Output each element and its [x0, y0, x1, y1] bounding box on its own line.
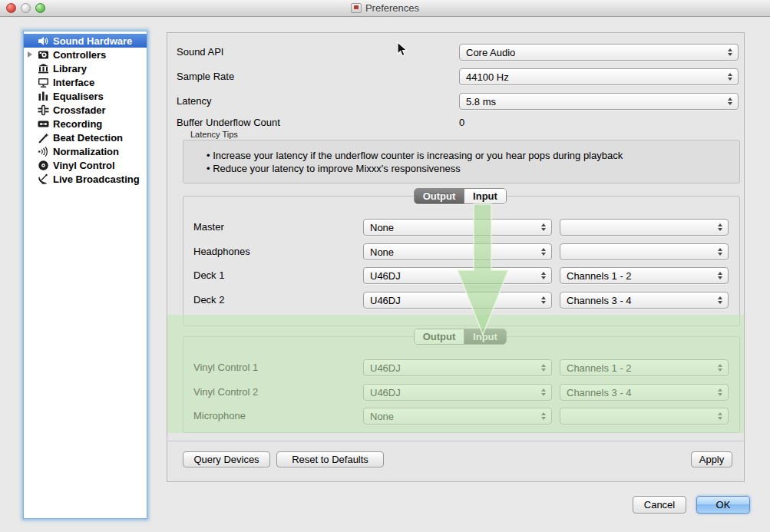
deck2-channels-value: Channels 3 - 4: [567, 295, 632, 306]
stepper-arrows-icon: [728, 48, 732, 56]
buffer-underflow-value: 0: [459, 117, 464, 128]
deck1-channels-select[interactable]: Channels 1 - 2: [560, 267, 729, 284]
latency-tips-title: Latency Tips: [190, 130, 238, 139]
sidebar-item-vinyl-control[interactable]: Vinyl Control: [24, 158, 147, 172]
sample-rate-select[interactable]: 44100 Hz: [459, 68, 739, 85]
sidebar-item-label: Interface: [53, 77, 94, 88]
vinyl-control2-device-value: U46DJ: [370, 387, 401, 398]
stepper-arrows-icon: [728, 97, 732, 105]
disclosure-triangle-icon[interactable]: [28, 51, 32, 58]
sidebar-item-normalization[interactable]: Normalization: [24, 144, 147, 158]
zoom-button[interactable]: [35, 3, 45, 13]
sidebar-item-beat-detection[interactable]: Beat Detection: [24, 131, 147, 144]
stepper-arrows-icon: [718, 364, 722, 372]
stepper-arrows-icon: [541, 388, 546, 396]
equalizer-icon: [38, 91, 49, 102]
latency-select[interactable]: 5.8 ms: [459, 93, 739, 110]
deck2-device-value: U46DJ: [370, 295, 401, 306]
sidebar-item-library[interactable]: Library: [24, 61, 147, 75]
apply-button[interactable]: Apply: [691, 451, 732, 468]
query-devices-label: Query Devices: [193, 454, 259, 465]
deck1-channels-value: Channels 1 - 2: [567, 270, 632, 282]
stepper-arrows-icon: [718, 412, 722, 420]
sidebar-item-label: Live Broadcasting: [53, 173, 140, 185]
controller-icon: [38, 49, 49, 61]
separator: [168, 441, 744, 441]
cancel-label: Cancel: [644, 499, 675, 511]
master-channels-select[interactable]: [560, 219, 729, 236]
sidebar-item-recording[interactable]: Recording: [24, 117, 147, 131]
cancel-button[interactable]: Cancel: [633, 496, 686, 514]
sound-hardware-pane: Sound API Core Audio Sample Rate 44100 H…: [167, 32, 745, 482]
latency-tip-bullet: • Increase your latency if the underflow…: [207, 149, 623, 162]
buffer-underflow-label: Buffer Underflow Count: [177, 117, 280, 128]
vinyl-control2-channels-value: Channels 3 - 4: [567, 387, 632, 398]
sidebar-item-live-broadcasting[interactable]: Live Broadcasting: [24, 172, 147, 186]
close-button[interactable]: [6, 3, 16, 13]
latency-tip-bullet: • Reduce your latency to improve Mixxx's…: [207, 162, 623, 175]
deck2-device-select[interactable]: U46DJ: [363, 292, 552, 309]
apply-label: Apply: [699, 454, 725, 465]
sidebar-item-label: Normalization: [53, 146, 119, 157]
sidebar-item-interface[interactable]: Interface: [24, 75, 147, 89]
sidebar-item-label: Recording: [53, 118, 102, 130]
ok-button[interactable]: OK: [696, 496, 750, 514]
headphones-label: Headphones: [193, 246, 250, 257]
latency-label: Latency: [177, 95, 212, 107]
reset-to-defaults-button[interactable]: Reset to Defaults: [276, 451, 384, 468]
query-devices-button[interactable]: Query Devices: [183, 451, 270, 468]
stepper-arrows-icon: [728, 73, 732, 81]
vinyl-control1-label: Vinyl Control 1: [193, 362, 258, 373]
satellite-icon: [38, 173, 49, 185]
speaker-icon: [38, 35, 49, 47]
sound-api-value: Core Audio: [466, 47, 515, 58]
stepper-arrows-icon: [541, 412, 546, 420]
stepper-arrows-icon: [541, 296, 546, 304]
sidebar-item-label: Equalisers: [53, 91, 104, 102]
stepper-arrows-icon: [718, 223, 722, 231]
minimize-button[interactable]: [21, 3, 31, 13]
stepper-arrows-icon: [541, 364, 546, 372]
vinyl-control1-device-value: U46DJ: [370, 362, 401, 374]
sound-api-select[interactable]: Core Audio: [459, 44, 739, 61]
tab-input[interactable]: Input: [464, 329, 506, 344]
sidebar-item-crossfader[interactable]: Crossfader: [24, 103, 147, 117]
stepper-arrows-icon: [541, 272, 546, 279]
vinyl-control1-device-select[interactable]: U46DJ: [363, 359, 552, 376]
vinyl-control2-channels-select[interactable]: Channels 3 - 4: [560, 384, 729, 401]
stepper-arrows-icon: [718, 296, 722, 304]
sample-rate-label: Sample Rate: [177, 71, 234, 82]
tab-output[interactable]: Output: [415, 329, 464, 344]
latency-tips-box: • Increase your latency if the underflow…: [183, 140, 740, 183]
master-device-select[interactable]: None: [363, 219, 552, 236]
monitor-icon: [38, 77, 49, 88]
deck2-channels-select[interactable]: Channels 3 - 4: [560, 292, 729, 309]
stepper-arrows-icon: [541, 223, 546, 231]
window-title: Preferences: [365, 2, 419, 14]
microphone-label: Microphone: [193, 410, 246, 421]
cassette-icon: [38, 118, 49, 130]
vinyl-icon: [38, 160, 49, 171]
preferences-sidebar: Sound Hardware Controllers Library Inter…: [23, 31, 147, 519]
sidebar-item-label: Vinyl Control: [53, 160, 115, 171]
deck1-device-select[interactable]: U46DJ: [363, 267, 552, 284]
microphone-device-select[interactable]: None: [363, 408, 552, 425]
soundwave-icon: [38, 146, 49, 157]
headphones-channels-select[interactable]: [560, 243, 729, 260]
sidebar-item-sound-hardware[interactable]: Sound Hardware: [24, 34, 147, 48]
vinyl-control2-device-select[interactable]: U46DJ: [363, 384, 552, 401]
headphones-device-select[interactable]: None: [363, 243, 552, 260]
master-label: Master: [193, 221, 224, 233]
stepper-arrows-icon: [718, 248, 722, 256]
title-bar: Preferences: [0, 0, 770, 17]
sidebar-item-controllers[interactable]: Controllers: [24, 48, 147, 61]
tab-output[interactable]: Output: [415, 189, 464, 203]
tab-input[interactable]: Input: [464, 189, 506, 203]
sound-api-label: Sound API: [177, 46, 223, 58]
sidebar-item-equalisers[interactable]: Equalisers: [24, 89, 147, 103]
sidebar-item-label: Controllers: [53, 49, 106, 61]
vinyl-control1-channels-select[interactable]: Channels 1 - 2: [560, 359, 729, 376]
crossfader-icon: [38, 104, 49, 116]
microphone-channels-select[interactable]: [560, 408, 729, 425]
deck1-device-value: U46DJ: [370, 270, 401, 282]
